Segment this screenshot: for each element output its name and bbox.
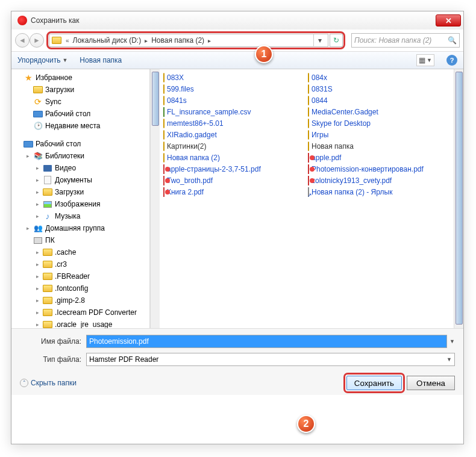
file-item[interactable]: zolotnicky1913_cvety.pdf <box>307 176 451 185</box>
main-area: ★ИзбранноеЗагрузки⟳SyncРабочий стол🕑Неда… <box>11 69 463 328</box>
bottom-panel: Имя файла: ▼ Тип файла: Hamster PDF Read… <box>11 328 463 395</box>
file-item[interactable]: 083X <box>162 73 307 82</box>
expand-icon[interactable]: ▸ <box>34 177 40 183</box>
file-item[interactable]: Photoemission-конвертирован.pdf <box>307 164 451 174</box>
refresh-button[interactable]: ↻ <box>330 34 343 47</box>
close-button[interactable]: ✕ <box>436 14 461 26</box>
breadcrumb-seg-disk[interactable]: Локальный диск (D:) <box>72 36 143 45</box>
scroll-thumb[interactable] <box>456 72 463 325</box>
expand-icon[interactable]: ▸ <box>34 189 40 195</box>
tree-item[interactable]: ▸📚Библиотеки <box>11 150 149 162</box>
image-icon <box>43 199 52 209</box>
new-folder-button[interactable]: Новая папка <box>80 56 122 64</box>
tree-item[interactable]: ▸.cr3 <box>11 258 149 270</box>
expand-icon[interactable]: ▸ <box>34 285 40 291</box>
file-item[interactable]: apple.pdf <box>307 153 451 163</box>
organize-menu[interactable]: Упорядочить▼ <box>17 56 67 64</box>
pdf-icon <box>163 176 164 185</box>
search-placeholder: Поиск: Новая папка (2) <box>354 36 431 45</box>
expand-icon[interactable]: ▸ <box>34 165 40 171</box>
search-input[interactable]: Поиск: Новая папка (2) 🔍 <box>351 33 460 48</box>
filename-input[interactable] <box>86 335 447 348</box>
tree-item[interactable]: ▸♪Музыка <box>11 210 149 222</box>
hide-folders-link[interactable]: ˄ Скрыть папки <box>20 379 77 387</box>
file-name: apple-страницы-2-3,7-51.pdf <box>167 165 261 173</box>
filetype-select[interactable]: Hamster PDF Reader ▼ <box>86 353 455 366</box>
nav-row: ◄ ► « Локальный диск (D:) ▸ Новая папка … <box>11 30 463 51</box>
tree-item[interactable]: 🕑Недавние места <box>11 120 149 132</box>
file-name: Новая папка (2) - Ярлык <box>312 188 392 196</box>
chevron-down-icon[interactable]: ▼ <box>449 338 455 344</box>
tree-item[interactable]: ▸.fontconfig <box>11 282 149 294</box>
tree-item[interactable]: ▸Документы <box>11 174 149 186</box>
file-name: memtest86+-5.01 <box>167 119 224 128</box>
forward-button[interactable]: ► <box>30 33 44 48</box>
tree-item[interactable]: Загрузки <box>11 84 149 96</box>
window-title: Сохранить как <box>31 16 436 25</box>
file-item[interactable]: Новая папка <box>307 141 451 151</box>
folder-icon <box>308 96 309 105</box>
file-item[interactable]: Книга 2.pdf <box>162 187 307 197</box>
file-name: 599.files <box>167 85 194 93</box>
file-name: 0841s <box>167 96 187 105</box>
expand-icon[interactable]: ▸ <box>34 261 40 267</box>
file-item[interactable]: Игры <box>307 130 451 140</box>
tree-item[interactable]: Рабочий стол <box>11 108 149 120</box>
breadcrumb-dropdown[interactable]: ▾ <box>313 34 325 47</box>
file-item[interactable]: apple-страницы-2-3,7-51.pdf <box>162 164 307 174</box>
back-button[interactable]: ◄ <box>15 33 30 48</box>
expand-icon[interactable]: ▸ <box>34 322 40 328</box>
tree-item[interactable]: ▸Изображения <box>11 198 149 210</box>
tree-item[interactable]: ▸.gimp-2.8 <box>11 294 149 306</box>
file-item[interactable]: memtest86+-5.01 <box>162 119 307 128</box>
tree-item[interactable]: ★Избранное <box>11 72 149 84</box>
homegroup-icon: 👥 <box>33 223 43 233</box>
expand-icon[interactable]: ▸ <box>34 201 40 207</box>
filename-row: Имя файла: ▼ <box>20 335 455 348</box>
tree-item[interactable]: ▸.FBReader <box>11 270 149 282</box>
expand-icon[interactable]: ▸ <box>25 225 31 231</box>
help-button[interactable]: ? <box>446 55 457 66</box>
file-list[interactable]: 083X599.files0841sFL_insurance_sample.cs… <box>160 69 454 328</box>
expand-icon[interactable]: ▸ <box>34 273 40 279</box>
folder-tree[interactable]: ★ИзбранноеЗагрузки⟳SyncРабочий стол🕑Неда… <box>11 69 150 328</box>
file-item[interactable]: Новая папка (2) <box>162 153 307 163</box>
cancel-button[interactable]: Отмена <box>407 376 455 390</box>
expand-icon[interactable]: ▸ <box>34 309 40 316</box>
file-item[interactable]: 599.files <box>162 84 307 94</box>
file-item[interactable]: Картинки(2) <box>162 141 307 151</box>
tree-item[interactable]: ▸.oracle_jre_usage <box>11 319 149 328</box>
file-item[interactable]: 0844 <box>307 96 451 105</box>
tree-item[interactable]: ▸Видео <box>11 162 149 174</box>
expand-icon[interactable]: ▸ <box>34 249 40 255</box>
file-item[interactable]: Skype for Desktop <box>307 119 451 128</box>
file-item[interactable]: 0841s <box>162 96 307 105</box>
view-mode-button[interactable]: ▦▼ <box>416 54 434 66</box>
file-item[interactable]: FL_insurance_sample.csv <box>162 107 307 117</box>
file-item[interactable]: Two_broth.pdf <box>162 176 307 185</box>
tree-item[interactable]: ▸Загрузки <box>11 186 149 198</box>
tree-item[interactable]: Рабочий стол <box>11 138 149 150</box>
expand-icon[interactable]: ▸ <box>25 153 31 159</box>
expand-icon[interactable]: ▸ <box>34 297 40 303</box>
filelist-scrollbar[interactable] <box>454 69 463 328</box>
file-item[interactable]: Новая папка (2) - Ярлык <box>307 187 451 197</box>
save-button[interactable]: Сохранить <box>346 376 402 390</box>
tree-item[interactable]: ▸.Icecream PDF Converter <box>11 306 149 319</box>
tree-item[interactable]: ⟳Sync <box>11 96 149 108</box>
tree-scrollbar[interactable] <box>150 69 160 328</box>
breadcrumb[interactable]: « Локальный диск (D:) ▸ Новая папка (2) … <box>49 34 328 47</box>
tree-item-label: Избранное <box>36 73 72 82</box>
file-item[interactable]: 084x <box>307 73 451 82</box>
scroll-thumb[interactable] <box>152 72 159 126</box>
file-item[interactable]: XIRadio.gadget <box>162 130 307 140</box>
expand-icon[interactable]: ▸ <box>34 213 40 219</box>
folder-icon <box>163 85 164 93</box>
tree-item[interactable]: ПК <box>11 234 149 246</box>
tree-item[interactable]: ▸.cache <box>11 246 149 258</box>
breadcrumb-seg-folder[interactable]: Новая папка (2) <box>150 36 205 45</box>
shortcut-icon <box>308 188 309 196</box>
tree-item[interactable]: ▸👥Домашняя группа <box>11 222 149 234</box>
file-item[interactable]: MediaCenter.Gadget <box>307 107 451 117</box>
file-item[interactable]: 0831S <box>307 84 451 94</box>
